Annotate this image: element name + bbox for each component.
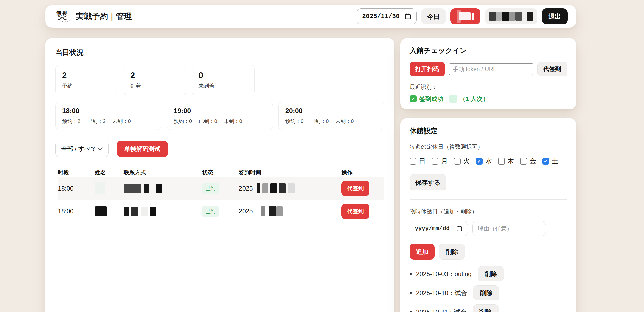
closure-text: 2025-10-10：试合: [416, 289, 467, 297]
filter-selected-value: 全部 / すべて: [61, 145, 97, 153]
status-badge: 已到: [202, 183, 219, 194]
weekday-checkbox[interactable]: [410, 158, 416, 165]
weekday-thu: 木: [498, 157, 514, 166]
panel-title: 入館チェックイン: [410, 46, 567, 55]
slot-time: 19:00: [174, 107, 266, 115]
bullet: [410, 308, 416, 312]
table-controls: 全部 / すべて 单帧解码测试: [55, 141, 384, 157]
header-controls: 2025/11/30 今日: [357, 8, 568, 24]
col-header-status: 状态: [202, 169, 239, 176]
list-item: 2025-10-03：outing 削除: [410, 266, 567, 281]
redacted-gray-button[interactable]: [485, 8, 537, 24]
closure-text: 2025-10-11：试合: [416, 308, 467, 312]
closure-list: 2025-10-03：outing 削除 2025-10-10：试合 削除 20…: [410, 266, 567, 312]
cell-checkin-time: 2025-: [239, 183, 341, 193]
crossed-swords-icon: [57, 15, 68, 20]
slot-card-2000: 20:00 预约：0 已到：0 未到：0: [278, 102, 384, 130]
weekday-checkbox[interactable]: [498, 158, 505, 165]
success-count: （1 人次）: [460, 95, 489, 103]
slot-arrived: 已到：0: [310, 118, 329, 125]
manual-token-input[interactable]: [449, 63, 533, 75]
temporary-closure-inputs: yyyy/mm/dd: [410, 221, 567, 236]
check-mark-icon: ✓: [410, 95, 417, 102]
date-placeholder: yyyy/mm/dd: [415, 225, 450, 232]
table-header-row: 时段 姓名 联系方式 状态 签到时间 操作: [58, 168, 384, 177]
stat-value: 2: [130, 71, 180, 80]
add-closure-button[interactable]: 追加: [410, 244, 435, 260]
weekday-checkbox[interactable]: [432, 158, 438, 165]
delete-item-button[interactable]: 削除: [473, 304, 499, 312]
status-badge: 已到: [202, 206, 219, 217]
closure-date-picker[interactable]: yyyy/mm/dd: [410, 221, 468, 236]
panel-title: 休館設定: [410, 126, 567, 136]
closure-reason-input[interactable]: [472, 221, 546, 236]
weekday-mon: 月: [432, 157, 448, 166]
stat-label: 予約: [62, 82, 111, 90]
header-bar: 無畏 フェンシングクラブ 実戦予約｜管理 2025/11/30 今日: [45, 5, 576, 28]
slot-booked: 预约：0: [285, 118, 304, 125]
calendar-icon: [404, 13, 411, 20]
col-header-checkin-time: 签到时间: [239, 169, 341, 176]
save-button[interactable]: 保存する: [410, 174, 446, 190]
stat-value: 0: [198, 71, 248, 80]
col-header-time: 时段: [58, 169, 95, 176]
stat-value: 2: [62, 71, 111, 80]
logo-title: 無畏: [56, 11, 68, 16]
list-item: 2025-10-11：试合 削除: [410, 304, 567, 312]
slot-time: 18:00: [62, 107, 154, 115]
bullet: [410, 289, 416, 297]
recent-recognition-result: ✓ 签到成功 （1 人次）: [410, 95, 567, 103]
today-status-panel: 当日状況 2 予約 2 到着 0 未到着 18:00 预约：2 已到：2 未到：…: [45, 38, 394, 312]
redacted-content: [489, 12, 533, 21]
open-scanner-button[interactable]: 打开扫码: [410, 62, 445, 76]
slot-filter-select[interactable]: 全部 / すべて: [55, 141, 109, 157]
decode-test-button[interactable]: 单帧解码测试: [117, 141, 168, 157]
slot-card-1900: 19:00 预约：0 已到：0 未到：0: [167, 102, 273, 130]
logo-subtitle: フェンシングクラブ: [55, 20, 69, 22]
weekday-fri: 金: [520, 157, 536, 166]
col-header-name: 姓名: [95, 169, 124, 176]
checkin-redacted: [261, 206, 283, 216]
weekly-closed-label: 毎週の定休日（複数選択可）: [410, 143, 567, 151]
logout-button[interactable]: 退出: [542, 8, 568, 24]
stat-card-booked: 2 予約: [55, 65, 118, 95]
delete-item-button[interactable]: 削除: [473, 285, 499, 300]
closure-settings-panel: 休館設定 毎週の定休日（複数選択可） 日 月 火 水 木 金 土: [400, 118, 576, 312]
date-value: 2025/11/30: [362, 13, 400, 20]
slot-arrived: 已到：2: [87, 118, 106, 125]
slot-absent: 未到：0: [112, 118, 131, 125]
slots-row: 18:00 预约：2 已到：2 未到：0 19:00 预约：0 已到：0 未到：…: [55, 102, 384, 130]
cell-contact-redacted: [124, 184, 202, 193]
reservation-table: 时段 姓名 联系方式 状态 签到时间 操作 18:00 已到: [55, 168, 384, 223]
slot-booked: 预约：2: [62, 118, 80, 125]
slot-booked: 预约：0: [174, 118, 192, 125]
date-picker[interactable]: 2025/11/30: [357, 8, 417, 24]
weekday-checkbox[interactable]: [454, 158, 461, 165]
weekday-checkbox[interactable]: [542, 158, 549, 165]
stat-card-not-arrived: 0 未到着: [192, 65, 255, 95]
weekday-checkbox[interactable]: [476, 158, 483, 165]
entry-checkin-panel: 入館チェックイン 打开扫码 代签到 最近识别： ✓ 签到成功 （1 人次）: [400, 38, 576, 109]
delete-item-button[interactable]: 削除: [478, 266, 504, 281]
weekday-wed: 水: [476, 157, 492, 166]
proxy-checkin-button[interactable]: 代签到: [341, 204, 369, 219]
cell-time: 18:00: [58, 185, 95, 192]
delete-closure-button[interactable]: 削除: [439, 244, 465, 260]
success-text: 签到成功: [419, 95, 444, 103]
today-button[interactable]: 今日: [421, 8, 446, 24]
recent-recognition-label: 最近识别：: [410, 83, 567, 91]
redacted-content: [457, 10, 474, 23]
table-row: 18:00 已到 2025-: [58, 177, 384, 200]
closure-text: 2025-10-03：outing: [416, 270, 472, 278]
redacted-red-button[interactable]: [450, 8, 480, 24]
page-title: 実戦予約｜管理: [76, 11, 132, 22]
slot-time: 20:00: [285, 107, 378, 115]
checkin-prefix: 2025: [239, 208, 253, 215]
proxy-checkin-button[interactable]: 代签到: [341, 181, 369, 196]
stat-card-arrived: 2 到着: [124, 65, 186, 95]
cell-time: 18:00: [58, 208, 95, 215]
proxy-checkin-button[interactable]: 代签到: [537, 62, 567, 76]
bullet: [410, 270, 416, 278]
club-logo: 無畏 フェンシングクラブ: [54, 11, 70, 22]
weekday-checkbox[interactable]: [520, 158, 527, 165]
